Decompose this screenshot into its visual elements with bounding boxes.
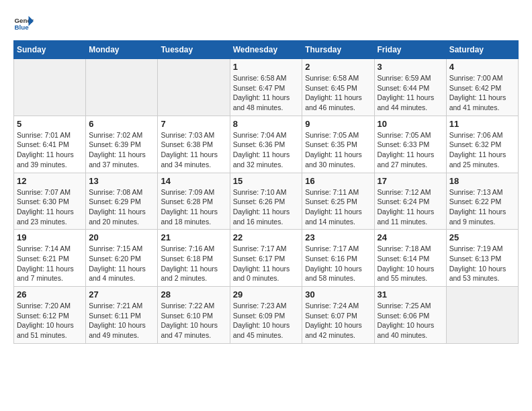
day-number: 19 bbox=[17, 232, 83, 242]
day-info: Sunrise: 6:58 AM Sunset: 6:47 PM Dayligh… bbox=[233, 73, 300, 113]
day-info: Sunrise: 7:12 AM Sunset: 6:24 PM Dayligh… bbox=[378, 187, 443, 227]
day-number: 30 bbox=[305, 289, 371, 300]
day-number: 5 bbox=[17, 119, 83, 129]
page-header: General Blue bbox=[13, 13, 519, 34]
calendar-week-row: 26Sunrise: 7:20 AM Sunset: 6:12 PM Dayli… bbox=[14, 287, 519, 344]
calendar-table: SundayMondayTuesdayWednesdayThursdayFrid… bbox=[13, 40, 519, 344]
day-info: Sunrise: 7:23 AM Sunset: 6:09 PM Dayligh… bbox=[233, 301, 300, 340]
calendar-cell: 18Sunrise: 7:13 AM Sunset: 6:22 PM Dayli… bbox=[446, 173, 518, 230]
day-info: Sunrise: 7:24 AM Sunset: 6:07 PM Dayligh… bbox=[305, 301, 371, 340]
day-number: 8 bbox=[233, 119, 300, 129]
day-number: 13 bbox=[89, 176, 154, 186]
day-number: 9 bbox=[305, 119, 371, 129]
weekday-header: Tuesday bbox=[158, 41, 230, 59]
day-info: Sunrise: 6:58 AM Sunset: 6:45 PM Dayligh… bbox=[305, 73, 371, 113]
calendar-cell bbox=[14, 59, 86, 116]
day-info: Sunrise: 7:16 AM Sunset: 6:18 PM Dayligh… bbox=[161, 244, 226, 283]
day-info: Sunrise: 6:59 AM Sunset: 6:44 PM Dayligh… bbox=[378, 73, 443, 113]
day-info: Sunrise: 7:05 AM Sunset: 6:33 PM Dayligh… bbox=[378, 130, 443, 170]
calendar-week-row: 1Sunrise: 6:58 AM Sunset: 6:47 PM Daylig… bbox=[14, 59, 519, 116]
calendar-cell: 21Sunrise: 7:16 AM Sunset: 6:18 PM Dayli… bbox=[158, 230, 230, 287]
day-number: 20 bbox=[89, 232, 154, 242]
weekday-header: Wednesday bbox=[230, 41, 302, 59]
calendar-week-row: 12Sunrise: 7:07 AM Sunset: 6:30 PM Dayli… bbox=[14, 173, 519, 230]
day-info: Sunrise: 7:20 AM Sunset: 6:12 PM Dayligh… bbox=[17, 301, 83, 340]
calendar-cell: 23Sunrise: 7:17 AM Sunset: 6:16 PM Dayli… bbox=[302, 230, 374, 287]
day-info: Sunrise: 7:06 AM Sunset: 6:32 PM Dayligh… bbox=[449, 130, 515, 170]
day-info: Sunrise: 7:11 AM Sunset: 6:25 PM Dayligh… bbox=[305, 187, 371, 227]
calendar-cell: 17Sunrise: 7:12 AM Sunset: 6:24 PM Dayli… bbox=[374, 173, 446, 230]
day-number: 2 bbox=[305, 62, 371, 72]
day-info: Sunrise: 7:13 AM Sunset: 6:22 PM Dayligh… bbox=[449, 187, 515, 227]
day-number: 4 bbox=[449, 62, 515, 72]
calendar-cell: 11Sunrise: 7:06 AM Sunset: 6:32 PM Dayli… bbox=[446, 116, 518, 173]
day-number: 3 bbox=[378, 62, 443, 72]
calendar-cell: 22Sunrise: 7:17 AM Sunset: 6:17 PM Dayli… bbox=[230, 230, 302, 287]
calendar-cell: 14Sunrise: 7:09 AM Sunset: 6:28 PM Dayli… bbox=[158, 173, 230, 230]
day-number: 26 bbox=[17, 289, 83, 300]
day-info: Sunrise: 7:00 AM Sunset: 6:42 PM Dayligh… bbox=[449, 73, 515, 113]
calendar-cell: 6Sunrise: 7:02 AM Sunset: 6:39 PM Daylig… bbox=[86, 116, 158, 173]
day-number: 17 bbox=[378, 176, 443, 186]
calendar-cell: 7Sunrise: 7:03 AM Sunset: 6:38 PM Daylig… bbox=[158, 116, 230, 173]
day-info: Sunrise: 7:15 AM Sunset: 6:20 PM Dayligh… bbox=[89, 244, 154, 283]
day-number: 28 bbox=[161, 289, 226, 300]
day-number: 6 bbox=[89, 119, 154, 129]
day-info: Sunrise: 7:09 AM Sunset: 6:28 PM Dayligh… bbox=[161, 187, 226, 227]
day-info: Sunrise: 7:18 AM Sunset: 6:14 PM Dayligh… bbox=[378, 244, 443, 283]
calendar-cell: 15Sunrise: 7:10 AM Sunset: 6:26 PM Dayli… bbox=[230, 173, 302, 230]
calendar-cell: 1Sunrise: 6:58 AM Sunset: 6:47 PM Daylig… bbox=[230, 59, 302, 116]
day-info: Sunrise: 7:17 AM Sunset: 6:16 PM Dayligh… bbox=[305, 244, 371, 283]
weekday-header: Monday bbox=[86, 41, 158, 59]
calendar-cell: 19Sunrise: 7:14 AM Sunset: 6:21 PM Dayli… bbox=[14, 230, 86, 287]
calendar-cell: 16Sunrise: 7:11 AM Sunset: 6:25 PM Dayli… bbox=[302, 173, 374, 230]
calendar-cell: 2Sunrise: 6:58 AM Sunset: 6:45 PM Daylig… bbox=[302, 59, 374, 116]
day-info: Sunrise: 7:01 AM Sunset: 6:41 PM Dayligh… bbox=[17, 130, 83, 170]
weekday-header: Saturday bbox=[446, 41, 518, 59]
day-number: 27 bbox=[89, 289, 154, 300]
day-number: 18 bbox=[449, 176, 515, 186]
day-info: Sunrise: 7:10 AM Sunset: 6:26 PM Dayligh… bbox=[233, 187, 300, 227]
weekday-header: Sunday bbox=[14, 41, 86, 59]
day-info: Sunrise: 7:02 AM Sunset: 6:39 PM Dayligh… bbox=[89, 130, 154, 170]
calendar-cell: 27Sunrise: 7:21 AM Sunset: 6:11 PM Dayli… bbox=[86, 287, 158, 344]
calendar-cell bbox=[446, 287, 518, 344]
day-number: 21 bbox=[161, 232, 226, 242]
day-number: 31 bbox=[378, 289, 443, 300]
day-number: 1 bbox=[233, 62, 300, 72]
calendar-cell: 30Sunrise: 7:24 AM Sunset: 6:07 PM Dayli… bbox=[302, 287, 374, 344]
calendar-cell: 5Sunrise: 7:01 AM Sunset: 6:41 PM Daylig… bbox=[14, 116, 86, 173]
calendar-cell: 4Sunrise: 7:00 AM Sunset: 6:42 PM Daylig… bbox=[446, 59, 518, 116]
calendar-cell: 12Sunrise: 7:07 AM Sunset: 6:30 PM Dayli… bbox=[14, 173, 86, 230]
calendar-cell: 25Sunrise: 7:19 AM Sunset: 6:13 PM Dayli… bbox=[446, 230, 518, 287]
day-number: 25 bbox=[449, 232, 515, 242]
weekday-header-row: SundayMondayTuesdayWednesdayThursdayFrid… bbox=[14, 41, 519, 59]
day-info: Sunrise: 7:14 AM Sunset: 6:21 PM Dayligh… bbox=[17, 244, 83, 283]
calendar-cell: 10Sunrise: 7:05 AM Sunset: 6:33 PM Dayli… bbox=[374, 116, 446, 173]
day-info: Sunrise: 7:21 AM Sunset: 6:11 PM Dayligh… bbox=[89, 301, 154, 340]
day-number: 22 bbox=[233, 232, 300, 242]
svg-text:Blue: Blue bbox=[15, 24, 30, 31]
calendar-cell: 31Sunrise: 7:25 AM Sunset: 6:06 PM Dayli… bbox=[374, 287, 446, 344]
day-info: Sunrise: 7:17 AM Sunset: 6:17 PM Dayligh… bbox=[233, 244, 300, 283]
calendar-week-row: 5Sunrise: 7:01 AM Sunset: 6:41 PM Daylig… bbox=[14, 116, 519, 173]
day-number: 11 bbox=[449, 119, 515, 129]
day-number: 29 bbox=[233, 289, 300, 300]
calendar-cell: 29Sunrise: 7:23 AM Sunset: 6:09 PM Dayli… bbox=[230, 287, 302, 344]
day-number: 14 bbox=[161, 176, 226, 186]
day-info: Sunrise: 7:07 AM Sunset: 6:30 PM Dayligh… bbox=[17, 187, 83, 227]
calendar-cell: 20Sunrise: 7:15 AM Sunset: 6:20 PM Dayli… bbox=[86, 230, 158, 287]
day-info: Sunrise: 7:08 AM Sunset: 6:29 PM Dayligh… bbox=[89, 187, 154, 227]
calendar-cell: 8Sunrise: 7:04 AM Sunset: 6:36 PM Daylig… bbox=[230, 116, 302, 173]
calendar-cell bbox=[158, 59, 230, 116]
logo-icon: General Blue bbox=[13, 13, 34, 34]
calendar-cell bbox=[86, 59, 158, 116]
day-number: 7 bbox=[161, 119, 226, 129]
day-number: 16 bbox=[305, 176, 371, 186]
day-info: Sunrise: 7:03 AM Sunset: 6:38 PM Dayligh… bbox=[161, 130, 226, 170]
calendar-cell: 26Sunrise: 7:20 AM Sunset: 6:12 PM Dayli… bbox=[14, 287, 86, 344]
day-number: 10 bbox=[378, 119, 443, 129]
day-info: Sunrise: 7:05 AM Sunset: 6:35 PM Dayligh… bbox=[305, 130, 371, 170]
day-number: 24 bbox=[378, 232, 443, 242]
day-number: 15 bbox=[233, 176, 300, 186]
